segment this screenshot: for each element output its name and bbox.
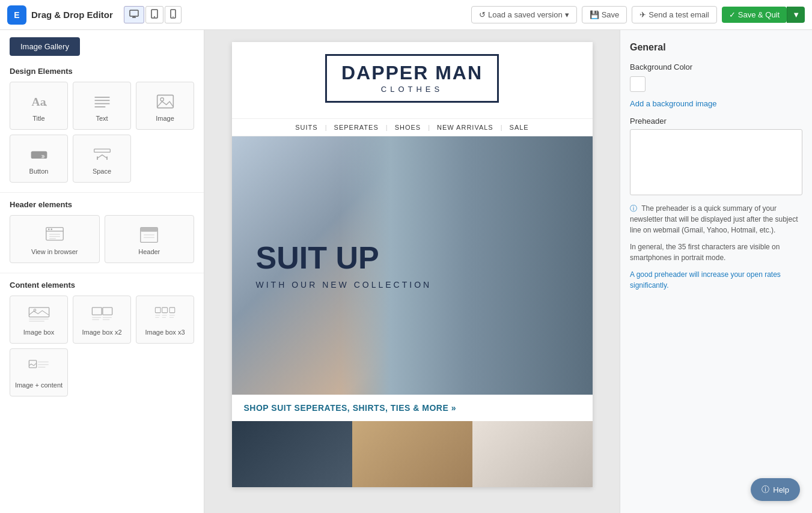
svg-text:Aa: Aa — [31, 96, 46, 108]
element-view-in-browser-label: View in browser — [31, 248, 78, 255]
app-logo: E Drag & Drop Editor — [7, 5, 113, 25]
element-image-box-x2-label: Image box x2 — [82, 329, 121, 336]
header-elements-grid: View in browser Header — [0, 213, 204, 270]
preheader-info-2: In general, the 35 first characters are … — [630, 241, 802, 263]
nav-sale[interactable]: SALE — [502, 124, 536, 131]
hero-subtitle: WITH OUR NEW COLLECTION — [256, 280, 432, 290]
element-image-box-label: Image box — [23, 329, 54, 336]
product-row — [232, 421, 593, 487]
content-elements-grid: Image box Image box x2 Image box x3 — [0, 293, 204, 404]
load-version-button[interactable]: ↺ Load a saved version ▾ — [471, 6, 577, 23]
element-title-label: Title — [32, 115, 44, 122]
svg-rect-42 — [162, 308, 167, 313]
image-element-icon — [156, 91, 175, 112]
design-elements-grid: Aa Title Text Image — [0, 79, 204, 190]
element-image-label: Image — [156, 115, 174, 122]
product-img-3 — [472, 421, 593, 487]
image-gallery-button[interactable]: Image Gallery — [10, 37, 80, 56]
element-space[interactable]: Space — [73, 135, 131, 183]
element-text-label: Text — [96, 115, 108, 122]
view-in-browser-icon — [45, 224, 64, 246]
save-button[interactable]: 💾 Save — [582, 6, 627, 23]
right-panel: General Background Color Add a backgroun… — [620, 30, 812, 513]
topbar-actions: ↺ Load a saved version ▾ 💾 Save ✈ Send a… — [471, 6, 805, 23]
svg-rect-15 — [31, 151, 47, 159]
nav-seperates[interactable]: SEPERATES — [327, 124, 386, 131]
element-image[interactable]: Image — [136, 82, 194, 130]
save-quit-dropdown-button[interactable]: ▼ — [787, 7, 805, 23]
element-title[interactable]: Aa Title — [10, 82, 68, 130]
element-image-box[interactable]: Image box — [10, 296, 68, 344]
load-icon: ↺ — [479, 10, 486, 19]
content-elements-title: Content elements — [0, 276, 204, 293]
svg-point-6 — [172, 16, 174, 17]
element-space-label: Space — [93, 168, 111, 175]
svg-point-22 — [48, 228, 50, 230]
nav-bar: SUITS | SEPERATES | SHOES | NEW ARRIVALS… — [232, 118, 593, 136]
nav-new-arrivals[interactable]: NEW ARRIVALS — [430, 124, 501, 131]
product-img-1 — [232, 421, 352, 487]
desktop-btn[interactable] — [124, 6, 144, 23]
send-icon: ✈ — [640, 10, 646, 19]
svg-rect-41 — [155, 308, 160, 313]
canvas-area[interactable]: DAPPER MAN CLOTHES SUITS | SEPERATES | S… — [204, 30, 620, 513]
tablet-btn[interactable] — [145, 6, 163, 23]
element-image-box-x2[interactable]: Image box x2 — [73, 296, 131, 344]
add-background-image-link[interactable]: Add a background image — [630, 99, 802, 108]
help-icon: ⓘ — [762, 484, 769, 495]
element-image-box-x3[interactable]: Image box x3 — [136, 296, 194, 344]
shop-link-bar: SHOP SUIT SEPERATES, SHIRTS, TIES & MORE… — [232, 395, 593, 421]
app-name: Drag & Drop Editor — [31, 10, 113, 20]
save-quit-group: ✓ Save & Quit ▼ — [722, 7, 805, 23]
nav-suits[interactable]: SUITS — [288, 124, 325, 131]
element-image-box-x3-label: Image box x3 — [145, 329, 185, 336]
header-elements-title: Header elements — [0, 195, 204, 213]
mobile-btn[interactable] — [165, 6, 182, 23]
hero-image: SUIT UP WITH OUR NEW COLLECTION — [232, 136, 593, 395]
svg-point-32 — [34, 309, 36, 312]
header-element-icon — [139, 224, 159, 246]
svg-rect-36 — [102, 308, 112, 315]
email-canvas: DAPPER MAN CLOTHES SUITS | SEPERATES | S… — [232, 42, 593, 487]
element-view-in-browser[interactable]: View in browser — [10, 215, 100, 263]
preheader-info-3: A good preheader will increase your open… — [630, 269, 802, 291]
load-dropdown-icon: ▾ — [565, 10, 569, 19]
main-layout: Image Gallery Design Elements Aa Title T… — [0, 30, 812, 513]
hero-text-overlay: SUIT UP WITH OUR NEW COLLECTION — [256, 241, 432, 290]
topbar: E Drag & Drop Editor ↺ Load a saved vers… — [0, 0, 812, 30]
dropdown-arrow-icon: ▼ — [792, 10, 800, 19]
element-header-label: Header — [138, 248, 160, 255]
left-panel: Image Gallery Design Elements Aa Title T… — [0, 30, 204, 513]
hero-title: SUIT UP — [256, 241, 432, 275]
title-element-icon: Aa — [29, 91, 49, 112]
button-element-icon — [29, 144, 49, 165]
preheader-textarea[interactable] — [630, 129, 802, 195]
element-image-content-label: Image + content — [15, 381, 63, 389]
info-icon: ⓘ — [630, 204, 637, 213]
svg-rect-13 — [157, 95, 173, 108]
background-color-swatch[interactable] — [630, 76, 646, 92]
svg-point-14 — [160, 98, 163, 101]
brand-sub: CLOTHES — [341, 85, 483, 94]
element-header[interactable]: Header — [105, 215, 195, 263]
shop-link[interactable]: SHOP SUIT SEPERATES, SHIRTS, TIES & MORE… — [244, 403, 456, 413]
preheader-info-1: ⓘ The preheader is a quick summary of yo… — [630, 203, 802, 235]
hero-section: SUIT UP WITH OUR NEW COLLECTION — [232, 136, 593, 395]
element-button[interactable]: Button — [10, 135, 68, 183]
nav-shoes[interactable]: SHOES — [388, 124, 429, 131]
svg-point-4 — [154, 16, 155, 17]
help-button[interactable]: ⓘ Help — [751, 478, 800, 501]
space-element-icon — [93, 144, 112, 165]
svg-rect-28 — [141, 228, 157, 232]
email-header: DAPPER MAN CLOTHES — [232, 42, 593, 118]
svg-rect-43 — [169, 308, 175, 313]
logo-icon: E — [7, 5, 26, 25]
check-icon: ✓ — [729, 10, 736, 19]
element-text[interactable]: Text — [73, 82, 131, 130]
save-icon: 💾 — [590, 10, 599, 19]
design-elements-title: Design Elements — [0, 62, 204, 79]
brand-name: DAPPER MAN — [341, 63, 483, 82]
element-image-content[interactable]: Image + content — [10, 348, 68, 396]
save-quit-button[interactable]: ✓ Save & Quit — [722, 7, 787, 23]
send-test-button[interactable]: ✈ Send a test email — [632, 6, 716, 23]
